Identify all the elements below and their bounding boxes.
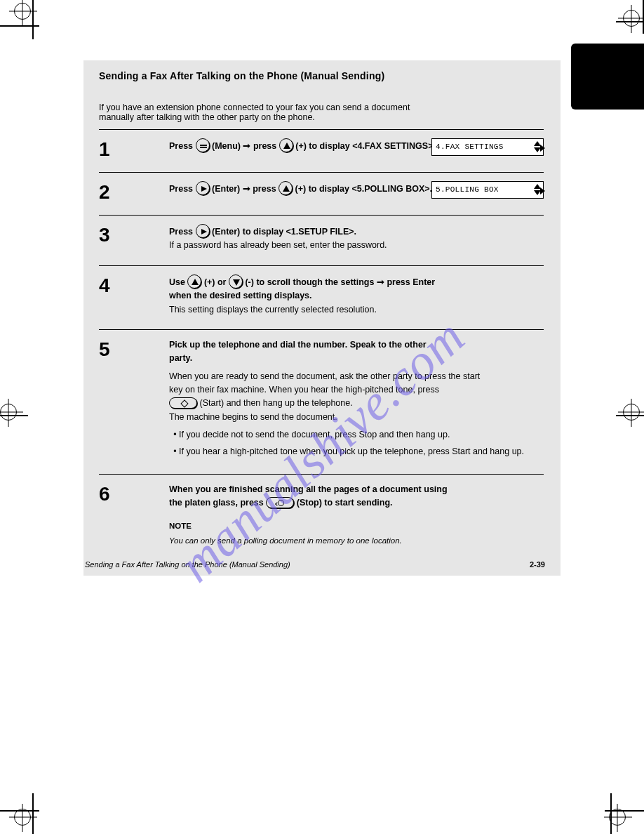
step-number: 1	[99, 138, 169, 159]
step-text: Use (+) or (-) to scroll though the sett…	[169, 274, 544, 303]
crop-mark	[609, 809, 630, 830]
list-item: If you hear a high-pitched tone when you…	[179, 445, 544, 458]
crop-mark	[623, 10, 644, 31]
divider	[99, 329, 544, 330]
page-footer: Sending a Fax After Talking on the Phone…	[83, 560, 545, 569]
step-subtext: When you are ready to send the document,…	[169, 370, 544, 425]
lcd-display: 5.POLLING BOX	[431, 181, 544, 199]
step-row: 2 Press (Enter) ➞ press (+) to display <…	[99, 181, 544, 202]
divider	[99, 129, 544, 130]
step-bullets: If you decide not to send the document, …	[169, 428, 544, 458]
note-title: NOTE	[169, 520, 544, 533]
footer-left: Sending a Fax After Talking on the Phone…	[83, 560, 290, 569]
divider	[99, 474, 544, 475]
enter-key-icon	[196, 181, 210, 195]
step-subtext: This setting displays the currently sele…	[169, 303, 544, 317]
step-text: When you are finished scanning all the p…	[169, 483, 544, 510]
step-row: 3 Press (Enter) to display <1.SETUP FILE…	[99, 224, 544, 253]
note-body: You can only send a polling document in …	[169, 535, 544, 548]
plus-key-icon	[279, 181, 293, 195]
step-number: 6	[99, 483, 169, 504]
step-subtext-part: When you are ready to send the document,…	[169, 371, 480, 395]
section-tab	[571, 44, 644, 110]
lcd-text: 5.POLLING BOX	[432, 182, 533, 198]
step-row: 4 Use (+) or (-) to scroll though the se…	[99, 274, 544, 317]
crop-mark	[623, 404, 644, 425]
start-key-icon	[169, 397, 197, 409]
stop-key-icon	[266, 497, 294, 508]
step-number: 2	[99, 181, 169, 202]
step-number: 5	[99, 338, 169, 359]
menu-key-icon	[196, 138, 210, 152]
step-row: 6 When you are finished scanning all the…	[99, 483, 544, 548]
divider	[99, 172, 544, 173]
lcd-display: 4.FAX SETTINGS	[431, 138, 544, 156]
plus-key-icon	[187, 274, 201, 289]
plus-key-icon	[279, 138, 293, 152]
step-row: 5 Pick up the telephone and dial the num…	[99, 338, 544, 461]
divider	[99, 265, 544, 266]
footer-right: 2-39	[530, 560, 545, 569]
lcd-text: 4.FAX SETTINGS	[432, 139, 533, 155]
note-block: NOTE You can only send a polling documen…	[169, 520, 544, 548]
crop-mark	[14, 809, 35, 830]
intro-text: If you have an extension phone connected…	[99, 102, 544, 122]
page-title: Sending a Fax After Talking on the Phone…	[99, 70, 544, 81]
step-subtext: If a password has already been set, ente…	[169, 239, 544, 252]
minus-key-icon	[229, 274, 243, 289]
step-number: 3	[99, 224, 169, 245]
crop-mark	[0, 404, 21, 425]
list-item: If you decide not to send the document, …	[179, 428, 544, 442]
divider	[99, 215, 544, 216]
crop-mark	[14, 3, 35, 24]
step-text: Press (Enter) to display <1.SETUP FILE>.	[169, 224, 544, 239]
step-number: 4	[99, 274, 169, 296]
step-text: Pick up the telephone and dial the numbe…	[169, 338, 544, 366]
manual-page: Sending a Fax After Talking on the Phone…	[83, 60, 561, 576]
enter-key-icon	[196, 224, 210, 238]
step-row: 1 Press (Menu) ➞ press (+) to display <4…	[99, 138, 544, 159]
